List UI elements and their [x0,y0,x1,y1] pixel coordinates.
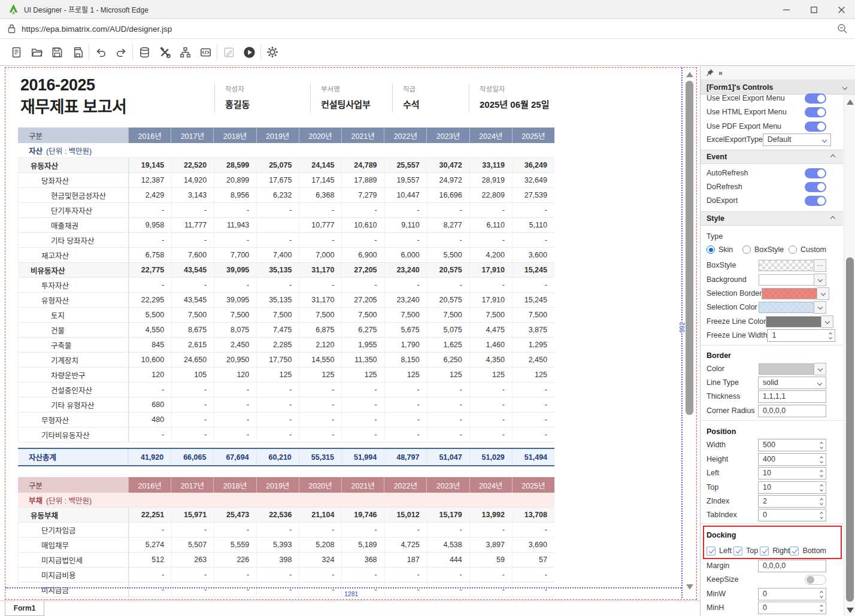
border-color-dropdown-button[interactable] [814,363,826,375]
url-text[interactable]: https://epa.bimatrix.com/AUD/designer.js… [22,25,172,34]
cell: 31,170 [299,263,341,277]
use-excel-export-toggle[interactable] [805,93,826,104]
property-label: Top [707,483,758,491]
panel-scrollbar-thumb[interactable] [846,257,854,602]
cell: - [299,412,341,427]
minh-input[interactable]: 0 [758,602,826,614]
height-input[interactable]: 400 [758,453,826,466]
autorefresh-toggle[interactable] [805,168,826,178]
section-style[interactable]: Style [701,211,843,226]
canvas-scrollbar-thumb[interactable] [686,81,693,415]
save-icon[interactable] [47,42,67,62]
cell: 22,809 [469,188,512,202]
edit-icon[interactable] [219,42,239,62]
top-input[interactable]: 10 [758,481,826,494]
margin-input[interactable]: 0,0,0,0 [758,560,826,572]
spinner-icon[interactable] [820,497,823,505]
use-pdf-export-toggle[interactable] [805,122,826,132]
dock-left-checkbox[interactable]: Left [707,547,733,556]
cell: 5,675 [384,323,427,337]
selection-color-swatch[interactable] [759,302,814,313]
tools-icon[interactable] [154,42,175,62]
cell: 17,145 [299,173,341,187]
dock-bottom-checkbox[interactable]: Bottom [790,547,826,556]
tab-form1[interactable]: Form1 [5,601,44,616]
section-event[interactable]: Event [701,150,843,164]
settings-gear-icon[interactable] [262,42,283,62]
radio-custom[interactable]: Custom [789,245,826,254]
thickness-input[interactable]: 1,1,1,1 [758,390,826,403]
zoom-out-icon[interactable] [837,23,848,34]
open-folder-icon[interactable] [26,42,47,62]
hierarchy-icon[interactable] [175,42,195,62]
close-button[interactable] [827,0,855,19]
spinner-icon[interactable] [829,331,832,339]
run-icon[interactable] [239,42,259,62]
minw-input[interactable]: 0 [758,588,826,600]
cell: - [341,412,384,427]
boxstyle-more-button[interactable]: ··· [814,259,826,272]
selection-border-dropdown-button[interactable] [817,287,829,300]
left-input[interactable]: 10 [758,467,826,480]
freeze-line-color-swatch[interactable] [766,316,821,327]
design-canvas[interactable]: 2016-2025 재무제표 보고서 작성자 홍길동 부서명 컨설팅사업부 직급… [0,66,701,616]
table-row: 매입채무5,2745,5075,5595,3935,2085,1894,7254… [18,538,554,553]
undo-icon[interactable] [90,42,111,62]
code-icon[interactable] [195,42,216,62]
width-input[interactable]: 500 [758,439,826,451]
panel-scroll-up-arrow[interactable] [847,99,854,105]
dock-top-checkbox[interactable]: Top [733,547,760,556]
keepsize-toggle[interactable] [805,575,826,585]
panel-scrollbar[interactable] [844,95,855,616]
border-color-swatch[interactable] [759,363,814,375]
corner-radius-input[interactable]: 0,0,0,0 [758,405,826,417]
save-as-icon[interactable] [67,42,87,62]
dock-right-checkbox[interactable]: Right [760,547,790,556]
cell: - [341,523,384,537]
dorefresh-toggle[interactable] [805,182,826,192]
doexport-toggle[interactable] [805,196,826,206]
cell: - [171,523,214,537]
selection-border-swatch[interactable] [762,288,817,299]
canvas-scroll-down-arrow[interactable] [686,584,693,590]
line-type-select[interactable]: solid [758,377,826,389]
spinner-icon[interactable] [820,603,823,611]
zindex-input[interactable]: 2 [758,495,826,508]
spinner-icon[interactable] [820,455,823,463]
radio-skin[interactable]: Skin [707,245,742,254]
freeze-line-color-dropdown-button[interactable] [821,315,833,328]
table-row: 미지급비용---------- [18,568,554,582]
spinner-icon[interactable] [820,441,823,448]
background-swatch[interactable] [759,274,814,286]
spinner-icon[interactable] [820,590,823,597]
cell: - [384,412,427,427]
panel-scroll-down-arrow[interactable] [847,608,854,613]
database-icon[interactable] [134,42,154,62]
cell: - [256,568,299,582]
cell: 15,179 [427,508,469,522]
spinner-icon[interactable] [820,483,823,491]
maximize-button[interactable] [800,0,827,19]
tabindex-input[interactable]: 0 [758,509,826,521]
canvas-scroll-up-arrow[interactable] [686,72,693,77]
collapse-panel-icon[interactable]: » [718,69,723,77]
new-document-icon[interactable] [6,42,26,62]
boxstyle-swatch[interactable] [759,260,814,271]
liabilities-grid[interactable]: 구분 2016년2017년2018년2019년2020년2021년2022년20… [18,477,554,597]
cell: 11,777 [171,218,214,232]
use-html-export-toggle[interactable] [805,107,826,117]
spinner-icon[interactable] [820,511,823,518]
row-use-excel-export: Use Excel Export Menu [701,92,843,105]
cell: - [299,427,341,442]
freeze-line-width-input[interactable]: 1 [767,329,835,342]
background-dropdown-button[interactable] [814,274,826,286]
pin-icon[interactable] [706,69,714,77]
selection-color-dropdown-button[interactable] [814,301,826,314]
redo-icon[interactable] [111,42,131,62]
spinner-icon[interactable] [820,469,823,477]
excel-export-type-select[interactable]: Default [763,133,831,146]
minimize-button[interactable] [772,0,800,19]
radio-boxstyle[interactable]: BoxStyle [742,245,789,254]
assets-grid[interactable]: 구분 2016년2017년2018년2019년2020년2021년2022년20… [18,128,554,466]
address-bar[interactable]: https://epa.bimatrix.com/AUD/designer.js… [0,19,855,39]
